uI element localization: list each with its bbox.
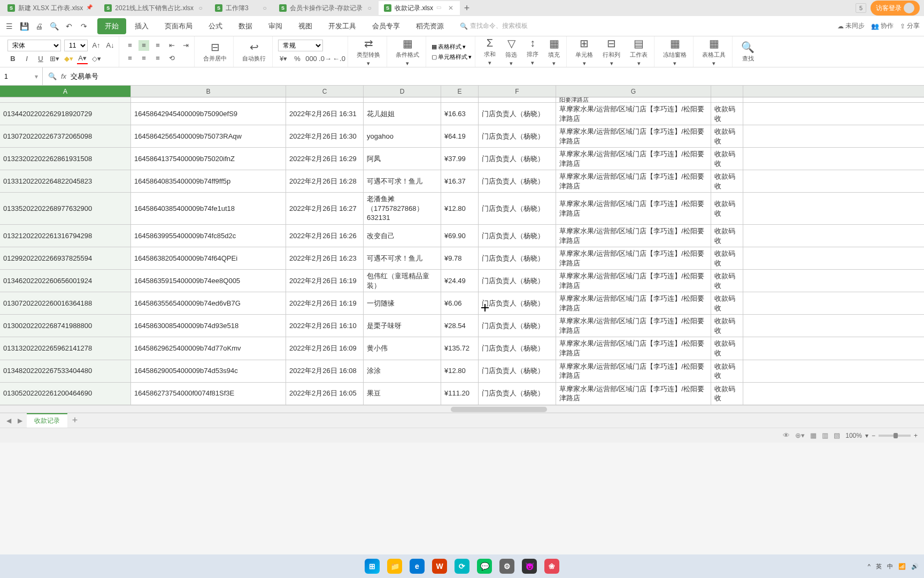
cell[interactable]: 可遇不可求！鱼儿 (364, 247, 441, 269)
cell[interactable]: 草摩家水果/运营部/区域门店【李巧连】/松阳要津路店 (556, 193, 711, 224)
settings-icon[interactable]: ⚙ (497, 557, 517, 576)
print-button[interactable]: 🖨 (34, 21, 44, 31)
cell[interactable]: 收款码收 (711, 225, 743, 247)
doc-tab-2[interactable]: S2021线上线下销售占比.xlsx○ (99, 1, 210, 15)
fx-icon[interactable]: fx (61, 72, 66, 80)
cell[interactable]: 可遇不可求！鱼儿 (364, 170, 441, 192)
cell[interactable]: 01305202202261200464690 (0, 383, 131, 405)
table-row[interactable]: 01305202202261200464690164586273754000f0… (0, 383, 924, 405)
cell[interactable]: 黄小伟 (364, 337, 441, 359)
col-header-d[interactable]: D (364, 86, 441, 97)
cell[interactable]: ¥12.80 (441, 360, 479, 382)
cell[interactable]: 门店负责人（杨晓） (479, 148, 556, 170)
redo-button[interactable]: ↷ (79, 21, 89, 31)
cell[interactable]: 01344202202262918920729 (0, 103, 131, 125)
cell[interactable]: 收款码收 (711, 337, 743, 359)
cell[interactable]: 2022年2月26日 16:23 (286, 247, 364, 269)
cell[interactable]: 包伟红（童瑶精品童装） (364, 270, 441, 292)
cell[interactable]: 2022年2月26日 16:19 (286, 292, 364, 314)
cell[interactable]: 收款码收 (711, 270, 743, 292)
bold-button[interactable]: B (7, 54, 18, 64)
cell[interactable]: 草摩家水果/运营部/区域门店【李巧连】/松阳要津路店 (556, 292, 711, 314)
tray-chevron-icon[interactable]: ^ (868, 563, 871, 569)
volume-icon[interactable]: 🔊 (911, 563, 919, 570)
table-row[interactable]: 0130720220226001636418816458635565400009… (0, 292, 924, 315)
cell[interactable]: 收款码收 (711, 360, 743, 382)
view-normal-icon[interactable]: ▦ (810, 431, 817, 439)
cell[interactable]: 门店负责人（杨晓） (479, 270, 556, 292)
cell[interactable]: 01307202202267372065098 (0, 125, 131, 147)
table-row[interactable]: 0130020220226874198880016458630085400009… (0, 315, 924, 337)
wechat-icon[interactable]: 💬 (475, 557, 494, 576)
cell[interactable]: 01323202202262861931508 (0, 148, 131, 170)
cell[interactable]: ¥9.78 (441, 247, 479, 269)
menu-layout[interactable]: 页面布局 (157, 18, 200, 34)
cell[interactable]: 16458641375400009b75020ifnZ (131, 148, 286, 170)
cell[interactable]: 2022年2月26日 16:30 (286, 125, 364, 147)
find-button[interactable]: 🔍查找 (738, 40, 758, 64)
eye-icon[interactable]: 👁 (783, 431, 790, 439)
cell[interactable]: 收款码收 (711, 247, 743, 269)
indent-dec-button[interactable]: ⇤ (166, 40, 177, 51)
cell[interactable]: 2022年2月26日 16:29 (286, 148, 364, 170)
ime-indicator-2[interactable]: 中 (887, 562, 893, 571)
menu-review[interactable]: 审阅 (261, 18, 290, 34)
cell[interactable]: 门店负责人（杨晓） (479, 337, 556, 359)
zoom-in-button[interactable]: + (914, 432, 918, 439)
menu-button[interactable]: ☰ (4, 21, 14, 31)
cell[interactable]: ¥135.72 (441, 337, 479, 359)
new-tab-button[interactable]: + (460, 1, 474, 15)
cell[interactable]: 收款码收 (711, 125, 743, 147)
highlight-button[interactable]: ◇▾ (91, 54, 102, 64)
ime-indicator[interactable]: 英 (876, 562, 882, 571)
cell[interactable]: 2022年2月26日 16:26 (286, 225, 364, 247)
zoom-control[interactable]: 100%▾ − + (845, 432, 918, 439)
col-header-a[interactable]: A (0, 86, 131, 97)
sheet-tab[interactable]: 收款记录 (27, 413, 67, 428)
cell[interactable]: 草摩家水果/运营部/区域门店【李巧连】/松阳要津路店 (556, 225, 711, 247)
sum-button[interactable]: Σ求和▾ (481, 36, 499, 67)
cell[interactable]: 门店负责人（杨晓） (479, 225, 556, 247)
cell[interactable]: 门店负责人（杨晓） (479, 315, 556, 337)
app-icon-3[interactable]: ❀ (542, 557, 561, 576)
cell[interactable]: 草摩家水果/运营部/区域门店【李巧连】/松阳要津路店 (556, 170, 711, 192)
table-style-button[interactable]: ▦表格样式▾ (432, 43, 472, 51)
undo-button[interactable]: ↶ (64, 21, 74, 31)
dec-dec-button[interactable]: ←.0 (334, 54, 344, 64)
menu-data[interactable]: 数据 (231, 18, 260, 34)
cell[interactable]: 2022年2月26日 16:10 (286, 315, 364, 337)
cell[interactable]: 门店负责人（杨晓） (479, 360, 556, 382)
scrollbar-thumb[interactable] (451, 407, 547, 412)
cell[interactable]: 老潘鱼摊（17757827868）632131 (364, 193, 441, 224)
col-header-g[interactable]: G (556, 86, 711, 97)
cell[interactable]: 01300202202268741988800 (0, 315, 131, 337)
cell[interactable]: ¥64.19 (441, 125, 479, 147)
cell[interactable]: ¥24.49 (441, 270, 479, 292)
worksheet-button[interactable]: ▤工作表▾ (627, 36, 651, 68)
guest-login-button[interactable]: 访客登录 (871, 1, 920, 16)
cell[interactable]: 16458640385400009b74fe1ut18 (131, 193, 286, 224)
cell[interactable]: 果豆 (364, 383, 441, 405)
explorer-icon[interactable]: 📁 (385, 557, 404, 576)
cell[interactable]: ¥111.20 (441, 383, 479, 405)
cell[interactable]: 草摩家水果/运营部/区域门店【李巧连】/松阳要津路店 (556, 337, 711, 359)
table-row[interactable]: 0130720220226737206509816458642565400009… (0, 125, 924, 148)
cell[interactable]: 2022年2月26日 16:09 (286, 337, 364, 359)
cell[interactable]: ¥6.06 (441, 292, 479, 314)
cell[interactable]: 16458630085400009b74d93e518 (131, 315, 286, 337)
edge-icon[interactable]: e (407, 557, 427, 576)
sync-button[interactable]: ☁ 未同步 (837, 21, 865, 31)
cell[interactable]: 16458635915400009b74ee8Q005 (131, 270, 286, 292)
cell[interactable]: ¥16.37 (441, 170, 479, 192)
cell[interactable]: 收款码收 (711, 383, 743, 405)
cell[interactable]: 01348202202267533404480 (0, 360, 131, 382)
cell[interactable]: 01313202202265962141278 (0, 337, 131, 359)
doc-tab-5[interactable]: S收款记录.xlsx▭✕ (379, 1, 460, 15)
dec-inc-button[interactable]: .0→ (320, 54, 330, 64)
cell[interactable]: 收款码收 (711, 292, 743, 314)
close-icon[interactable]: ○ (261, 4, 268, 12)
col-header-b[interactable]: B (131, 86, 286, 97)
cell[interactable]: 收款码收 (711, 170, 743, 192)
merge-center-button[interactable]: ⊟合并居中 (200, 40, 230, 64)
cell[interactable]: 16458635565400009b74ed6vB7G (131, 292, 286, 314)
